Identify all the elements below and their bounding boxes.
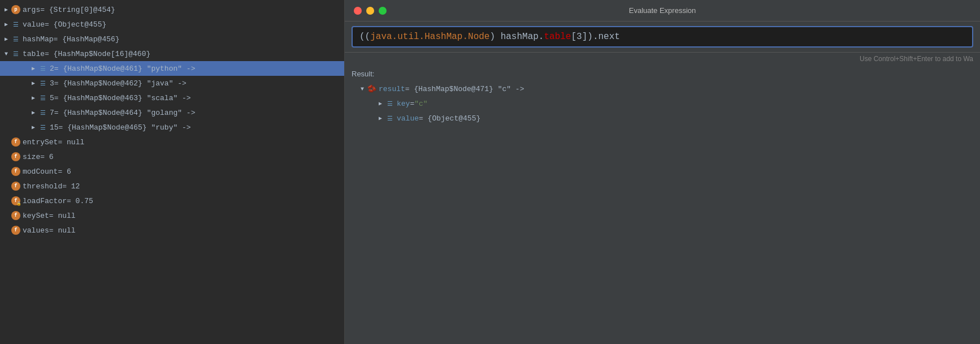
tree-row[interactable]: f threshold = 12 [0, 179, 344, 194]
expression-input[interactable]: ((java.util.HashMap.Node) hashMap.table[… [352, 26, 973, 48]
variables-panel[interactable]: p args = {String[0]@454} ☰ value = {Obje… [0, 0, 345, 344]
type-icon-list: ☰ [38, 108, 47, 117]
var-name: entrySet [23, 138, 58, 147]
tree-row[interactable]: f🔒 loadFactor = 0.75 [0, 194, 344, 208]
expr-part-close-paren: ) hashMap. [489, 32, 544, 42]
result-tree: 🫘 result = {HashMap$Node@471} "c" -> ☰ k… [352, 81, 973, 126]
var-name: hashMap [23, 35, 54, 44]
tree-row[interactable]: ☰ 3 = {HashMap$Node@462} "java" -> [0, 76, 344, 91]
type-icon-f: f [11, 137, 20, 147]
var-value: = {HashMap$Node@463} "scala" -> [54, 94, 191, 102]
var-value: = {HashMap$Node@461} "python" -> [54, 64, 196, 73]
var-name: 3 [50, 79, 54, 88]
var-value: = null [49, 226, 76, 235]
close-button[interactable] [354, 7, 362, 15]
result-key-name: key [397, 100, 410, 108]
type-icon-list: ☰ [385, 99, 394, 108]
result-value-row[interactable]: ☰ value = {Object@455} [356, 111, 973, 126]
tree-row[interactable]: f size = 6 [0, 149, 344, 164]
var-value: = {HashMap@456} [54, 35, 120, 44]
tree-row[interactable]: ☰ table = {HashMap$Node[16]@460} [0, 46, 344, 61]
var-name: 5 [50, 94, 54, 102]
var-name: 2 [50, 64, 54, 73]
evaluate-expression-panel: Evaluate Expression ((java.util.HashMap.… [345, 0, 980, 344]
type-icon-f: f [11, 167, 20, 176]
maximize-button[interactable] [379, 7, 387, 15]
var-value: = {String[0]@454} [40, 6, 115, 14]
tree-row[interactable]: ☰ hashMap = {HashMap@456} [0, 32, 344, 46]
expression-hint: Use Control+Shift+Enter to add to Wa [345, 53, 980, 65]
type-icon-f: f [11, 211, 20, 220]
expand-arrow[interactable] [2, 35, 10, 43]
type-icon-f-lock: f🔒 [11, 196, 20, 205]
type-icon-f: f [11, 152, 20, 161]
var-value: = null [58, 138, 84, 147]
expand-arrow[interactable] [2, 20, 10, 28]
type-icon-list: ☰ [11, 49, 20, 58]
expand-arrow[interactable] [29, 79, 37, 87]
result-root-row[interactable]: 🫘 result = {HashMap$Node@471} "c" -> [356, 81, 973, 96]
result-key-row[interactable]: ☰ key = "c" [356, 96, 973, 111]
type-icon-list: ☰ [38, 123, 47, 132]
expand-arrow[interactable] [376, 114, 384, 122]
var-name: args [23, 6, 40, 14]
traffic-lights[interactable] [354, 7, 387, 15]
minimize-button[interactable] [366, 7, 374, 15]
window-titlebar: Evaluate Expression [345, 0, 980, 22]
tree-row[interactable]: ☰ 2 = {HashMap$Node@461} "python" -> [0, 61, 344, 76]
tree-row[interactable]: ☰ 7 = {HashMap$Node@464} "golang" -> [0, 105, 344, 120]
var-name: 7 [50, 109, 54, 117]
var-value: = {Object@455} [45, 20, 106, 29]
type-icon-list: ☰ [11, 20, 20, 29]
type-icon-p: p [11, 5, 20, 14]
var-name: threshold [23, 182, 62, 191]
var-value: = 6 [40, 153, 53, 161]
result-key-value: "c" [414, 100, 427, 108]
tree-row[interactable]: f entrySet = null [0, 135, 344, 149]
tree-row[interactable]: ☰ 5 = {HashMap$Node@463} "scala" -> [0, 91, 344, 105]
expand-arrow[interactable] [29, 109, 37, 117]
expand-arrow[interactable] [358, 85, 366, 93]
window-title: Evaluate Expression [354, 6, 971, 15]
expr-part-bracket: [3]).next [571, 32, 619, 42]
type-icon-list: ☰ [38, 79, 47, 88]
type-icon-list: ☰ [38, 93, 47, 102]
var-name: 15 [50, 123, 59, 132]
expr-part-classname: java.util.HashMap.Node [370, 32, 489, 42]
tree-row[interactable]: f keySet = null [0, 208, 344, 223]
type-icon-f: f [11, 182, 20, 191]
expand-arrow[interactable] [29, 94, 37, 102]
tree-row[interactable]: ☰ 15 = {HashMap$Node@465} "ruby" -> [0, 120, 344, 135]
var-name: table [23, 50, 45, 58]
var-name: loadFactor [23, 197, 67, 205]
var-value: = 6 [58, 167, 71, 176]
tree-row[interactable]: f modCount = 6 [0, 164, 344, 179]
expr-part-table: table [544, 32, 571, 42]
tree-row[interactable]: f values = null [0, 223, 344, 238]
expand-arrow[interactable] [29, 123, 37, 131]
var-value: = 12 [62, 182, 80, 191]
var-value: = {HashMap$Node@465} "ruby" -> [59, 123, 191, 132]
var-name: value [23, 20, 45, 29]
result-value: = {HashMap$Node@471} "c" -> [405, 85, 524, 93]
tree-row[interactable]: p args = {String[0]@454} [0, 2, 344, 17]
type-icon-list: ☰ [38, 64, 47, 73]
expand-arrow[interactable] [376, 100, 384, 108]
type-icon-f: f [11, 226, 20, 235]
var-name: size [23, 153, 40, 161]
result-key-equals: = [410, 100, 414, 108]
expand-arrow[interactable] [2, 50, 10, 58]
var-value: = 0.75 [67, 197, 93, 205]
expand-arrow[interactable] [29, 64, 37, 72]
result-section: Result: 🫘 result = {HashMap$Node@471} "c… [345, 65, 980, 344]
var-value: = {HashMap$Node@464} "golang" -> [54, 109, 196, 117]
type-icon-list: ☰ [11, 35, 20, 44]
result-val-value: = {Object@455} [419, 114, 480, 123]
var-name: keySet [23, 212, 49, 220]
tree-row[interactable]: ☰ value = {Object@455} [0, 17, 344, 32]
result-name: result [379, 85, 405, 93]
type-icon-list: ☰ [385, 114, 394, 123]
expand-arrow[interactable] [2, 6, 10, 14]
var-value: = {HashMap$Node[16]@460} [45, 50, 150, 58]
var-name: values [23, 226, 49, 235]
